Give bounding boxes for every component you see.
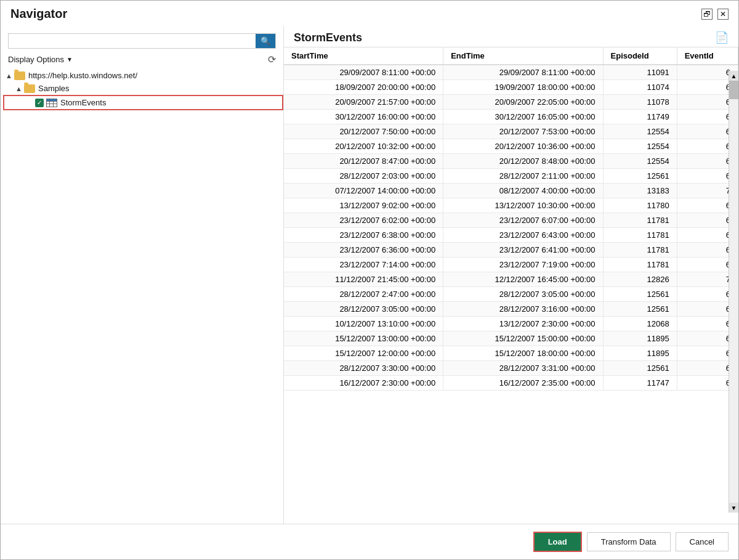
table-row: 20/09/2007 21:57:00 +00:0020/09/2007 22:… bbox=[284, 95, 738, 110]
folder-icon-samples bbox=[24, 84, 35, 93]
tree-toggle-stormevents bbox=[26, 99, 35, 107]
table-container: StartTime EndTime EpisodeId EventId 29/0… bbox=[284, 47, 738, 524]
stormevents-label: StormEvents bbox=[60, 98, 106, 107]
table-cell-starttime: 07/12/2007 14:00:00 +00:00 bbox=[284, 184, 443, 198]
table-cell-endtime: 20/12/2007 8:48:00 +00:00 bbox=[443, 154, 603, 169]
table-cell-endtime: 20/09/2007 22:05:00 +00:00 bbox=[443, 95, 603, 110]
table-cell-endtime: 08/12/2007 4:00:00 +00:00 bbox=[443, 184, 603, 198]
tree-item-server[interactable]: ▲ https://help.kusto.windows.net/ bbox=[3, 69, 283, 82]
table-cell-endtime: 23/12/2007 6:07:00 +00:00 bbox=[443, 213, 603, 228]
table-cell-starttime: 15/12/2007 12:00:00 +00:00 bbox=[284, 346, 443, 361]
table-cell-episodeid: 11749 bbox=[603, 110, 677, 124]
vscroll-container: ▲ ▼ bbox=[729, 71, 738, 513]
display-options-row: Display Options ▼ ⟳ bbox=[1, 52, 283, 69]
window-controls: 🗗 ✕ bbox=[701, 9, 729, 20]
table-cell-episodeid: 12826 bbox=[603, 272, 677, 287]
table-cell-episodeid: 11895 bbox=[603, 346, 677, 361]
col-endtime: EndTime bbox=[443, 47, 603, 65]
content-area: 🔍 Display Options ▼ ⟳ ▲ https://help.kus… bbox=[1, 26, 738, 524]
table-cell-episodeid: 11747 bbox=[603, 376, 677, 391]
table-cell-episodeid: 12561 bbox=[603, 302, 677, 317]
table-row: 23/12/2007 6:02:00 +00:0023/12/2007 6:07… bbox=[284, 213, 738, 228]
display-options-arrow-icon: ▼ bbox=[67, 56, 73, 63]
table-cell-starttime: 30/12/2007 16:00:00 +00:00 bbox=[284, 110, 443, 124]
table-cell-endtime: 15/12/2007 15:00:00 +00:00 bbox=[443, 331, 603, 346]
table-body: 29/09/2007 8:11:00 +00:0029/09/2007 8:11… bbox=[284, 65, 738, 391]
table-header-row: StartTime EndTime EpisodeId EventId bbox=[284, 47, 738, 65]
tree-item-stormevents[interactable]: ✓ StormEvents bbox=[3, 95, 283, 110]
restore-button[interactable]: 🗗 bbox=[701, 9, 713, 20]
table-cell-starttime: 23/12/2007 6:38:00 +00:00 bbox=[284, 228, 443, 243]
tree-item-samples[interactable]: ▲ Samples bbox=[3, 82, 283, 95]
table-row: 23/12/2007 6:38:00 +00:0023/12/2007 6:43… bbox=[284, 228, 738, 243]
col-episodeid: EpisodeId bbox=[603, 47, 677, 65]
table-row: 15/12/2007 12:00:00 +00:0015/12/2007 18:… bbox=[284, 346, 738, 361]
table-cell-episodeid: 12561 bbox=[603, 287, 677, 302]
table-cell-starttime: 13/12/2007 9:02:00 +00:00 bbox=[284, 198, 443, 213]
load-button[interactable]: Load bbox=[533, 532, 582, 552]
table-row: 29/09/2007 8:11:00 +00:0029/09/2007 8:11… bbox=[284, 65, 738, 80]
search-button[interactable]: 🔍 bbox=[256, 34, 275, 48]
table-row: 20/12/2007 10:32:00 +00:0020/12/2007 10:… bbox=[284, 139, 738, 154]
table-row: 18/09/2007 20:00:00 +00:0019/09/2007 18:… bbox=[284, 80, 738, 95]
checkbox-icon-stormevents: ✓ bbox=[35, 99, 44, 107]
table-cell-episodeid: 11780 bbox=[603, 198, 677, 213]
refresh-button[interactable]: ⟳ bbox=[268, 54, 276, 65]
table-cell-starttime: 28/12/2007 3:30:00 +00:00 bbox=[284, 361, 443, 376]
vscroll-up-button[interactable]: ▲ bbox=[729, 71, 739, 81]
title-bar: Navigator 🗗 ✕ bbox=[1, 1, 738, 26]
table-row: 13/12/2007 9:02:00 +00:0013/12/2007 10:3… bbox=[284, 198, 738, 213]
table-row: 28/12/2007 3:05:00 +00:0028/12/2007 3:16… bbox=[284, 302, 738, 317]
table-cell-endtime: 28/12/2007 3:16:00 +00:00 bbox=[443, 302, 603, 317]
table-row: 16/12/2007 2:30:00 +00:0016/12/2007 2:35… bbox=[284, 376, 738, 391]
folder-icon-server bbox=[14, 71, 25, 80]
table-row: 23/12/2007 6:36:00 +00:0023/12/2007 6:41… bbox=[284, 243, 738, 258]
table-cell-starttime: 11/12/2007 21:45:00 +00:00 bbox=[284, 272, 443, 287]
cancel-button[interactable]: Cancel bbox=[676, 532, 729, 551]
tree-toggle-server: ▲ bbox=[6, 72, 14, 79]
table-cell-episodeid: 11781 bbox=[603, 258, 677, 272]
table-cell-endtime: 29/09/2007 8:11:00 +00:00 bbox=[443, 65, 603, 80]
data-table-wrapper[interactable]: StartTime EndTime EpisodeId EventId 29/0… bbox=[284, 47, 738, 524]
table-cell-episodeid: 12561 bbox=[603, 361, 677, 376]
close-button[interactable]: ✕ bbox=[717, 9, 729, 20]
tree-area: ▲ https://help.kusto.windows.net/ ▲ Samp… bbox=[1, 69, 283, 519]
transform-data-button[interactable]: Transform Data bbox=[587, 532, 671, 551]
table-cell-starttime: 23/12/2007 6:36:00 +00:00 bbox=[284, 243, 443, 258]
table-cell-endtime: 23/12/2007 6:43:00 +00:00 bbox=[443, 228, 603, 243]
search-input[interactable] bbox=[9, 34, 256, 48]
table-cell-starttime: 18/09/2007 20:00:00 +00:00 bbox=[284, 80, 443, 95]
search-bar: 🔍 bbox=[8, 33, 276, 49]
table-cell-endtime: 28/12/2007 3:31:00 +00:00 bbox=[443, 361, 603, 376]
table-cell-starttime: 20/12/2007 10:32:00 +00:00 bbox=[284, 139, 443, 154]
vscroll-down-button[interactable]: ▼ bbox=[729, 503, 739, 513]
table-cell-episodeid: 11895 bbox=[603, 331, 677, 346]
table-cell-starttime: 10/12/2007 13:10:00 +00:00 bbox=[284, 317, 443, 331]
table-cell-starttime: 20/12/2007 7:50:00 +00:00 bbox=[284, 124, 443, 139]
table-row: 20/12/2007 8:47:00 +00:0020/12/2007 8:48… bbox=[284, 154, 738, 169]
window-title: Navigator bbox=[10, 7, 67, 21]
table-cell-starttime: 28/12/2007 2:47:00 +00:00 bbox=[284, 287, 443, 302]
table-cell-episodeid: 12561 bbox=[603, 169, 677, 184]
col-starttime: StartTime bbox=[284, 47, 443, 65]
vscroll-thumb[interactable] bbox=[729, 81, 739, 99]
display-options-button[interactable]: Display Options ▼ bbox=[8, 55, 73, 64]
table-icon-stormevents bbox=[46, 99, 57, 107]
table-row: 10/12/2007 13:10:00 +00:0013/12/2007 2:3… bbox=[284, 317, 738, 331]
table-row: 30/12/2007 16:00:00 +00:0030/12/2007 16:… bbox=[284, 110, 738, 124]
left-panel: 🔍 Display Options ▼ ⟳ ▲ https://help.kus… bbox=[1, 26, 284, 524]
table-cell-starttime: 16/12/2007 2:30:00 +00:00 bbox=[284, 376, 443, 391]
table-cell-endtime: 23/12/2007 7:19:00 +00:00 bbox=[443, 258, 603, 272]
table-cell-endtime: 16/12/2007 2:35:00 +00:00 bbox=[443, 376, 603, 391]
table-cell-starttime: 15/12/2007 13:00:00 +00:00 bbox=[284, 331, 443, 346]
export-button[interactable]: 📄 bbox=[715, 31, 729, 44]
table-cell-episodeid: 11781 bbox=[603, 228, 677, 243]
table-cell-episodeid: 11091 bbox=[603, 65, 677, 80]
preview-header: StormEvents 📄 bbox=[284, 26, 738, 47]
table-cell-endtime: 13/12/2007 2:30:00 +00:00 bbox=[443, 317, 603, 331]
right-panel: StormEvents 📄 StartTime EndTime EpisodeI… bbox=[284, 26, 738, 524]
table-cell-starttime: 20/09/2007 21:57:00 +00:00 bbox=[284, 95, 443, 110]
preview-title: StormEvents bbox=[294, 31, 362, 44]
table-row: 15/12/2007 13:00:00 +00:0015/12/2007 15:… bbox=[284, 331, 738, 346]
navigator-window: Navigator 🗗 ✕ 🔍 Display Options ▼ ⟳ bbox=[0, 0, 739, 560]
